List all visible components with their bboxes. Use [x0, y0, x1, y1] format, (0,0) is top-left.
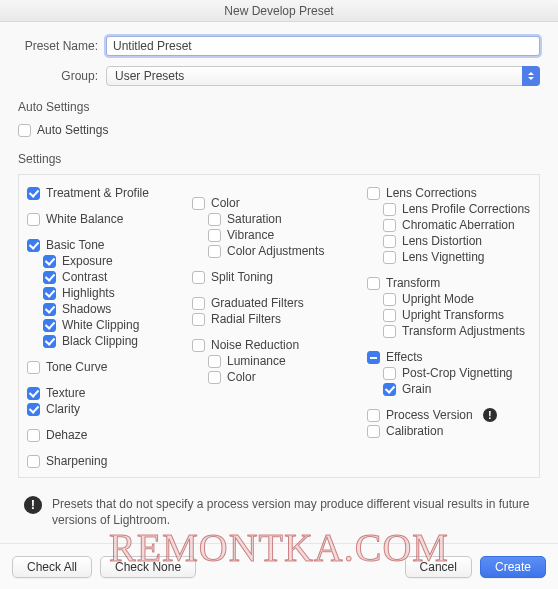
chk-grain[interactable]: Grain — [367, 381, 531, 397]
preset-name-input[interactable] — [106, 36, 540, 56]
chk-vibrance[interactable]: Vibrance — [192, 227, 367, 243]
chk-transform[interactable]: Transform — [367, 275, 531, 291]
chk-upright-mode[interactable]: Upright Mode — [367, 291, 531, 307]
preset-name-label: Preset Name: — [18, 39, 106, 53]
chk-chromatic[interactable]: Chromatic Aberration — [367, 217, 531, 233]
group-select[interactable]: User Presets — [106, 66, 540, 86]
chk-calibration[interactable]: Calibration — [367, 423, 531, 439]
chk-shadows[interactable]: Shadows — [27, 301, 192, 317]
auto-settings-heading: Auto Settings — [18, 100, 540, 114]
settings-heading: Settings — [18, 152, 540, 166]
auto-settings-checkbox-label: Auto Settings — [37, 122, 108, 138]
chk-graduated-filters[interactable]: Graduated Filters — [192, 295, 367, 311]
chk-radial-filters[interactable]: Radial Filters — [192, 311, 367, 327]
chk-lens-distortion[interactable]: Lens Distortion — [367, 233, 531, 249]
chk-nr-color[interactable]: Color — [192, 369, 367, 385]
chk-white-clipping[interactable]: White Clipping — [27, 317, 192, 333]
warning-row: ! Presets that do not specify a process … — [18, 490, 540, 528]
dialog-body: Preset Name: Group: User Presets Auto Se… — [0, 22, 558, 588]
chk-color[interactable]: Color — [192, 195, 367, 211]
chk-contrast[interactable]: Contrast — [27, 269, 192, 285]
chk-basic-tone[interactable]: Basic Tone — [27, 237, 192, 253]
chk-clarity[interactable]: Clarity — [27, 401, 192, 417]
warning-icon: ! — [483, 408, 497, 422]
chk-noise-reduction[interactable]: Noise Reduction — [192, 337, 367, 353]
window-title: New Develop Preset — [0, 0, 558, 22]
settings-panel: Treatment & Profile White Balance Basic … — [18, 174, 540, 478]
group-label: Group: — [18, 69, 106, 83]
chk-luminance[interactable]: Luminance — [192, 353, 367, 369]
chk-treatment-profile[interactable]: Treatment & Profile — [27, 185, 192, 201]
chk-lens-profile[interactable]: Lens Profile Corrections — [367, 201, 531, 217]
chk-split-toning[interactable]: Split Toning — [192, 269, 367, 285]
chk-color-adjustments[interactable]: Color Adjustments — [192, 243, 367, 259]
chk-sharpening[interactable]: Sharpening — [27, 453, 192, 469]
create-button[interactable]: Create — [480, 556, 546, 578]
cancel-button[interactable]: Cancel — [405, 556, 472, 578]
chk-effects[interactable]: Effects — [367, 349, 531, 365]
chk-upright-transforms[interactable]: Upright Transforms — [367, 307, 531, 323]
chk-white-balance[interactable]: White Balance — [27, 211, 192, 227]
chk-dehaze[interactable]: Dehaze — [27, 427, 192, 443]
chk-lens-vignetting[interactable]: Lens Vignetting — [367, 249, 531, 265]
auto-settings-checkbox[interactable]: Auto Settings — [18, 122, 540, 138]
chk-exposure[interactable]: Exposure — [27, 253, 192, 269]
chk-transform-adjustments[interactable]: Transform Adjustments — [367, 323, 531, 339]
chk-lens-corrections[interactable]: Lens Corrections — [367, 185, 531, 201]
chk-tone-curve[interactable]: Tone Curve — [27, 359, 192, 375]
check-all-button[interactable]: Check All — [12, 556, 92, 578]
chk-process-version[interactable]: Process Version ! — [367, 407, 531, 423]
chk-post-crop-vignetting[interactable]: Post-Crop Vignetting — [367, 365, 531, 381]
warning-text: Presets that do not specify a process ve… — [52, 496, 534, 528]
chk-highlights[interactable]: Highlights — [27, 285, 192, 301]
chk-texture[interactable]: Texture — [27, 385, 192, 401]
check-none-button[interactable]: Check None — [100, 556, 196, 578]
chk-saturation[interactable]: Saturation — [192, 211, 367, 227]
chk-black-clipping[interactable]: Black Clipping — [27, 333, 192, 349]
warning-icon: ! — [24, 496, 42, 514]
footer: Check All Check None Cancel Create — [0, 543, 558, 589]
